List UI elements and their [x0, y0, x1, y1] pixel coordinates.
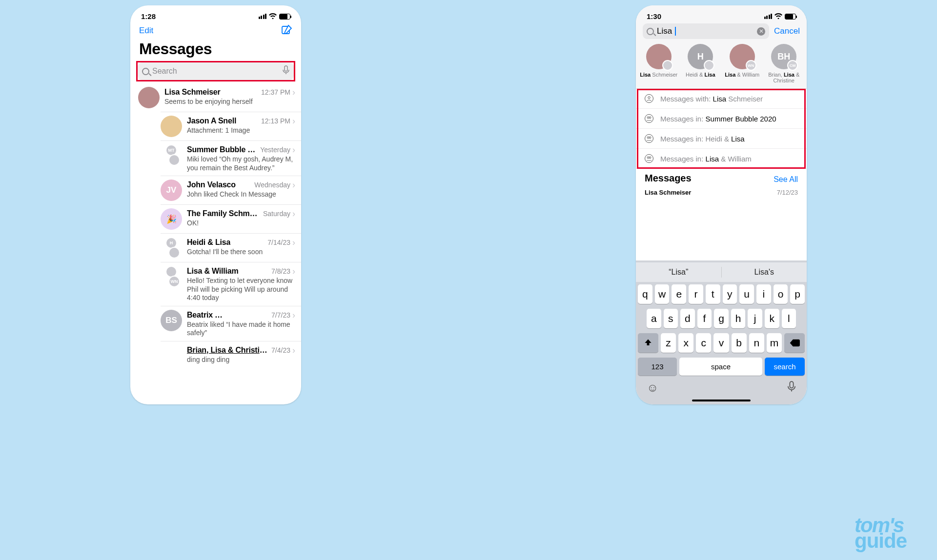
avatar: MT [161, 144, 182, 166]
key-h[interactable]: h [731, 309, 746, 328]
key-z[interactable]: z [661, 333, 676, 353]
search-input[interactable]: Lisa ✕ [643, 23, 769, 39]
search-key[interactable]: search [765, 358, 805, 376]
result-name: Lisa Schmeiser [645, 189, 691, 196]
conversation-row[interactable]: Brian, Lisa & Christine7/4/23›ding ding … [161, 341, 301, 370]
conversation-name: John Velasco [187, 180, 236, 189]
avatar: BHCM [771, 44, 796, 69]
key-t[interactable]: t [706, 284, 720, 304]
chevron-right-icon: › [292, 144, 295, 155]
key-m[interactable]: m [767, 333, 782, 353]
contact-result[interactable]: Lisa Schmeiser [639, 44, 679, 83]
search-placeholder: Search [152, 67, 280, 76]
home-indicator[interactable] [692, 400, 751, 401]
search-input[interactable]: Search [138, 62, 294, 80]
clear-icon[interactable]: ✕ [757, 27, 765, 36]
chevron-right-icon: › [292, 266, 295, 277]
conversation-name: Summer Bubble 2020 [187, 145, 256, 154]
wifi-icon [774, 12, 782, 20]
search-suggestion[interactable]: Messages in: Lisa & William [636, 149, 807, 169]
svg-point-4 [649, 117, 651, 119]
key-s[interactable]: s [664, 309, 678, 328]
svg-point-6 [649, 137, 651, 139]
conversation-row[interactable]: JVJohn VelascoWednesday›John liked Check… [161, 176, 301, 204]
conversation-time: 7/4/23 [271, 346, 290, 354]
avatar: BS [161, 310, 182, 331]
delete-key[interactable] [784, 333, 805, 353]
search-suggestion[interactable]: Messages in: Heidi & Lisa [636, 129, 807, 149]
dictate-key[interactable] [787, 381, 796, 396]
suggestion-text: Messages in: Heidi & Lisa [660, 135, 745, 143]
svg-point-8 [649, 157, 651, 159]
svg-rect-9 [790, 381, 793, 388]
contact-label: Lisa & William [722, 72, 762, 78]
key-x[interactable]: x [678, 333, 693, 353]
key-l[interactable]: l [782, 309, 796, 328]
key-e[interactable]: e [672, 284, 686, 304]
key-n[interactable]: n [749, 333, 764, 353]
conversation-row[interactable]: WNLisa & William7/8/23›Hello! Texting to… [161, 262, 301, 306]
conversation-row[interactable]: HHeidi & Lisa7/14/23›Gotcha! I'll be the… [161, 233, 301, 262]
chevron-right-icon: › [292, 310, 295, 320]
group-icon [645, 134, 653, 143]
chevron-right-icon: › [292, 116, 295, 126]
clock: 1:28 [141, 12, 156, 20]
shift-key[interactable] [638, 333, 658, 353]
dictate-icon[interactable] [283, 65, 289, 77]
key-f[interactable]: f [697, 309, 712, 328]
conversation-name: The Family Schmichaels [187, 209, 259, 218]
number-key[interactable]: 123 [638, 358, 677, 376]
avatar [161, 116, 182, 137]
conversation-row[interactable]: BSBeatrix 7/7/23›Beatrix liked “I have m… [161, 306, 301, 341]
conversation-snippet: Hello! Texting to let everyone know Phil… [187, 277, 295, 302]
wifi-icon [269, 12, 277, 20]
key-v[interactable]: v [713, 333, 729, 353]
watermark: tom's guide [855, 518, 907, 550]
key-d[interactable]: d [680, 309, 695, 328]
conversation-time: 7/8/23 [271, 267, 290, 275]
conversation-snippet: OK! [187, 219, 295, 228]
messages-search-screen: 1:30 Lisa ✕ Cancel Lisa SchmeiserHHeidi … [636, 5, 807, 404]
conversation-row[interactable]: 🎉The Family SchmichaelsSaturday›OK! [161, 204, 301, 233]
key-i[interactable]: i [756, 284, 771, 304]
conversation-snippet: Attachment: 1 Image [187, 126, 295, 135]
avatar: H [688, 44, 713, 69]
key-a[interactable]: a [647, 309, 661, 328]
key-k[interactable]: k [765, 309, 779, 328]
contact-label: Lisa Schmeiser [639, 72, 679, 78]
key-w[interactable]: w [655, 284, 670, 304]
conversation-row[interactable]: MTSummer Bubble 2020Yesterday›Miki loved… [161, 140, 301, 176]
conversation-row[interactable]: Lisa Schmeiser12:37 PM›Seems to be enjoy… [130, 83, 301, 112]
suggestion-text: Messages with: Lisa Schmeiser [660, 95, 763, 103]
search-suggestion[interactable]: Messages in: Summer Bubble 2020 [636, 109, 807, 129]
contact-result[interactable]: WNLisa & William [722, 44, 762, 83]
search-suggestion[interactable]: Messages with: Lisa Schmeiser [636, 89, 807, 109]
conversation-row[interactable]: Jason A Snell12:13 PM›Attachment: 1 Imag… [161, 112, 301, 140]
prediction[interactable]: “Lisa” [636, 268, 721, 277]
emoji-key[interactable]: ☺ [647, 381, 659, 396]
key-c[interactable]: c [696, 333, 711, 353]
prediction[interactable]: Lisa's [722, 268, 807, 277]
key-q[interactable]: q [638, 284, 652, 304]
see-all-button[interactable]: See All [774, 175, 798, 184]
edit-button[interactable]: Edit [139, 26, 153, 36]
key-y[interactable]: y [723, 284, 737, 304]
compose-button[interactable] [282, 24, 292, 37]
key-o[interactable]: o [774, 284, 788, 304]
messages-section-header: Messages [645, 173, 692, 184]
key-p[interactable]: p [790, 284, 805, 304]
key-u[interactable]: u [739, 284, 754, 304]
key-r[interactable]: r [689, 284, 703, 304]
contact-result[interactable]: BHCMBrian, Lisa & Christine [764, 44, 804, 83]
key-g[interactable]: g [714, 309, 729, 328]
cancel-button[interactable]: Cancel [774, 26, 800, 36]
conversation-time: Wednesday [254, 181, 290, 189]
contact-label: Heidi & Lisa [681, 72, 721, 78]
chevron-right-icon: › [292, 180, 295, 190]
contact-result[interactable]: HHeidi & Lisa [681, 44, 721, 83]
key-j[interactable]: j [748, 309, 762, 328]
key-b[interactable]: b [732, 333, 747, 353]
space-key[interactable]: space [679, 358, 762, 376]
conversation-name: Heidi & Lisa [187, 238, 230, 247]
message-result[interactable]: Lisa Schmeiser 7/12/23 [636, 187, 807, 200]
